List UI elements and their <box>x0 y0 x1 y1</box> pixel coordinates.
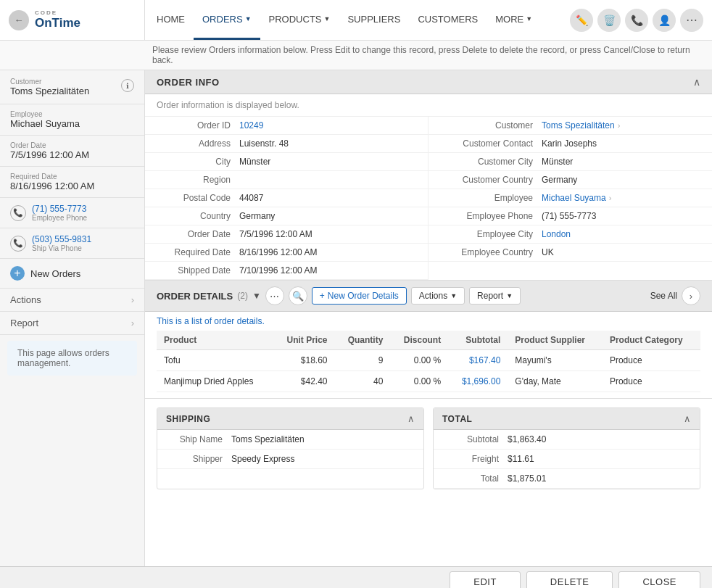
shipping-title: SHIPPING <box>166 414 210 424</box>
sidebar-customer-value: Toms Spezialitäten <box>10 86 89 96</box>
shipping-ship-name-value: Toms Spezialitäten <box>231 434 305 444</box>
nav-products[interactable]: PRODUCTS▼ <box>260 0 339 40</box>
label-region: Region <box>145 175 239 185</box>
col-quantity: Quantity <box>335 331 391 350</box>
sidebar-phone1-num[interactable]: (71) 555-7773 <box>32 204 87 214</box>
sidebar-phone2-sub: Ship Via Phone <box>32 244 91 252</box>
value-postal-code: 44087 <box>239 193 263 203</box>
sidebar-order-date-label: Order Date <box>10 141 134 149</box>
new-order-details-btn[interactable]: +New Order Details <box>312 287 407 305</box>
col-unit-price: Unit Price <box>273 331 334 350</box>
logo: CODE OnTime <box>35 10 80 30</box>
nav-menu: HOME ORDERS▼ PRODUCTS▼ SUPPLIERS CUSTOME… <box>145 0 561 40</box>
cell-product-0: Tofu <box>157 350 273 371</box>
total-subtotal-label: Subtotal <box>442 434 508 444</box>
total-section: TOTAL ∧ Subtotal $1,863.40 Freight $11.6… <box>433 407 700 489</box>
value-employee-city[interactable]: London <box>542 229 571 239</box>
new-orders-btn[interactable]: + New Orders <box>0 259 144 289</box>
chevron-right-icon2: › <box>131 318 134 328</box>
label-employee-city: Employee City <box>440 229 542 239</box>
value-order-date: 7/5/1996 12:00 AM <box>239 229 312 239</box>
total-total-label: Total <box>442 473 508 484</box>
order-info-collapse-btn[interactable]: ∧ <box>693 76 700 88</box>
label-required-date: Required Date <box>145 247 239 257</box>
total-freight-label: Freight <box>442 454 508 464</box>
back-button[interactable]: ← <box>9 10 29 30</box>
label-address: Address <box>145 138 239 149</box>
cell-product-1: Manjimup Dried Apples <box>157 371 273 392</box>
edit-button[interactable]: EDIT <box>450 571 521 588</box>
label-customer: Customer <box>440 120 542 131</box>
nav-customers[interactable]: CUSTOMERS <box>409 0 487 40</box>
sidebar-phone2-num[interactable]: (503) 555-9831 <box>32 234 91 244</box>
order-details-search-btn[interactable]: 🔍 <box>289 286 307 305</box>
close-button[interactable]: CLOSE <box>618 571 700 588</box>
label-order-date: Order Date <box>145 229 239 239</box>
chevron-right-icon: › <box>131 294 134 305</box>
phone-icon-btn[interactable]: 📞 <box>625 9 648 32</box>
total-collapse-btn[interactable]: ∧ <box>684 413 691 424</box>
col-subtotal: Subtotal <box>448 331 508 350</box>
sidebar-order-date-value: 7/5/1996 12:00 AM <box>10 149 134 160</box>
total-title: TOTAL <box>442 414 472 424</box>
user-icon-btn[interactable]: 👤 <box>653 9 676 32</box>
more-icon-btn[interactable]: ⋯ <box>680 9 703 32</box>
new-orders-label: New Orders <box>30 268 80 279</box>
table-row: Tofu $18.60 9 0.00 % $167.40 Mayumi's Pr… <box>157 350 700 371</box>
order-details-title: ORDER DETAILS <box>157 291 233 302</box>
cell-discount-0: 0.00 % <box>390 350 448 371</box>
value-required-date: 8/16/1996 12:00 AM <box>239 247 317 257</box>
phone2-icon: 📞 <box>10 236 26 252</box>
phone1-icon: 📞 <box>10 205 26 221</box>
cell-subtotal-1: $1,696.00 <box>448 371 508 392</box>
sidebar-actions-btn[interactable]: Actions › <box>0 289 144 312</box>
value-customer[interactable]: Toms Spezialitäten› <box>542 120 620 131</box>
col-discount: Discount <box>390 331 448 350</box>
sidebar: Customer Toms Spezialitäten ℹ Employee M… <box>0 70 145 566</box>
delete-icon-btn[interactable]: 🗑️ <box>597 9 621 32</box>
order-details-dropdown-btn[interactable]: ▼ <box>252 291 261 301</box>
label-customer-city: Customer City <box>440 157 542 167</box>
order-details-more-btn[interactable]: ⋯ <box>265 286 284 305</box>
sidebar-customer-label: Customer <box>10 78 89 86</box>
sidebar-actions-label: Actions <box>10 294 41 305</box>
order-details-table: Product Unit Price Quantity Discount Sub… <box>157 331 700 392</box>
actions-btn[interactable]: Actions▼ <box>411 287 465 305</box>
shipping-shipper-value: Speedy Express <box>231 454 294 464</box>
footer-bar: EDIT DELETE CLOSE <box>0 566 712 588</box>
report-btn[interactable]: Report▼ <box>469 287 521 305</box>
sidebar-phone1-sub: Employee Phone <box>32 214 87 222</box>
total-total-value: $1,875.01 <box>508 473 546 484</box>
nav-home[interactable]: HOME <box>148 0 194 40</box>
cell-quantity-1: 40 <box>335 371 391 392</box>
content-area: ORDER INFO ∧ Order information is displa… <box>145 70 712 566</box>
value-customer-contact: Karin Josephs <box>542 138 597 149</box>
col-supplier: Product Supplier <box>508 331 603 350</box>
label-employee-country: Employee Country <box>440 247 542 257</box>
sidebar-required-date-value: 8/16/1996 12:00 AM <box>10 181 134 191</box>
col-product: Product <box>157 331 273 350</box>
edit-icon-btn[interactable]: ✏️ <box>570 9 593 32</box>
delete-button[interactable]: DELETE <box>526 571 613 588</box>
info-icon[interactable]: ℹ <box>121 79 134 92</box>
label-country: Country <box>145 211 239 221</box>
cell-supplier-1: G'day, Mate <box>508 371 603 392</box>
cell-category-0: Produce <box>603 350 700 371</box>
sidebar-employee-value: Michael Suyama <box>10 118 134 129</box>
value-employee[interactable]: Michael Suyama› <box>542 193 611 203</box>
label-employee-phone: Employee Phone <box>440 211 542 221</box>
nav-orders[interactable]: ORDERS▼ <box>194 0 260 40</box>
shipping-collapse-btn[interactable]: ∧ <box>407 413 415 424</box>
table-row: Manjimup Dried Apples $42.40 40 0.00 % $… <box>157 371 700 392</box>
order-info-note: Order information is displayed below. <box>145 94 712 117</box>
nav-suppliers[interactable]: SUPPLIERS <box>339 0 409 40</box>
sidebar-report-btn[interactable]: Report › <box>0 312 144 335</box>
see-all-btn[interactable]: See All <box>650 291 677 301</box>
label-customer-country: Customer Country <box>440 175 542 185</box>
col-category: Product Category <box>603 331 700 350</box>
nav-more[interactable]: MORE▼ <box>487 0 541 40</box>
see-all-arrow-btn[interactable]: › <box>682 286 700 305</box>
shipping-shipper-label: Shipper <box>166 454 231 464</box>
order-info-title: ORDER INFO <box>157 77 220 88</box>
value-customer-country: Germany <box>542 175 577 185</box>
